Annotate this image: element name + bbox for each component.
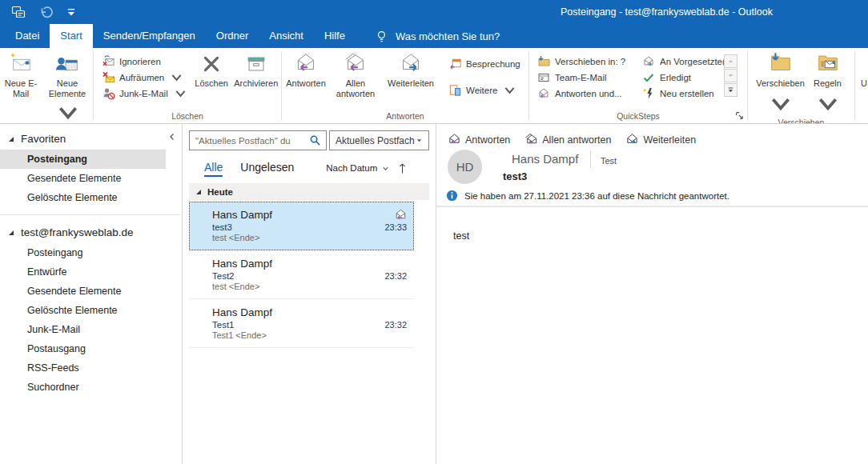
group-label-antworten: Antworten bbox=[282, 111, 528, 123]
account-header-label: test@frankysweblab.de bbox=[21, 226, 134, 238]
ribbon-group-antworten: Antworten Allen antworten Weiterleiten B… bbox=[282, 48, 528, 123]
chevron-down-icon bbox=[503, 83, 516, 97]
quicksteps-dialog-launcher-icon[interactable] bbox=[734, 110, 745, 121]
mail-item-2[interactable]: Hans Dampf Test2 23:32 test <Ende> bbox=[189, 250, 414, 299]
filter-tab-alle[interactable]: Alle bbox=[204, 161, 223, 177]
tab-ansicht[interactable]: Ansicht bbox=[259, 24, 314, 48]
quickstep-label: Antworten und... bbox=[555, 89, 622, 98]
mail-item-3[interactable]: Hans Dampf Test1 23:32 Test1 <Ende> bbox=[189, 299, 414, 348]
tell-me-box[interactable]: Was möchten Sie tun? bbox=[375, 24, 500, 48]
replied-info-text: Sie haben am 27.11.2021 23:36 auf diese … bbox=[464, 191, 729, 201]
avatar[interactable]: HD bbox=[448, 150, 482, 184]
more-respond-button[interactable]: Weitere bbox=[447, 82, 522, 98]
scroll-down-icon bbox=[727, 72, 734, 79]
mail-time: 23:33 bbox=[384, 222, 407, 232]
ignore-button[interactable]: Ignorieren bbox=[100, 54, 189, 69]
folder-favorites-geloeschte[interactable]: Gelöschte Elemente bbox=[0, 188, 166, 207]
ribbon-group-quicksteps: Verschieben in: ? Team-E-Mail Antworten … bbox=[529, 48, 747, 123]
ignore-label: Ignorieren bbox=[119, 57, 161, 66]
quicksteps-scroll-up-button[interactable] bbox=[724, 54, 737, 68]
expand-triangle-icon bbox=[195, 189, 202, 195]
qs-move-icon bbox=[537, 55, 550, 68]
move-button[interactable]: Verschieben bbox=[754, 50, 807, 118]
folder-junk[interactable]: Junk-E-Mail bbox=[0, 320, 166, 339]
new-email-label: Neue E-Mail bbox=[2, 78, 40, 99]
date-group-label: Heute bbox=[207, 187, 233, 197]
ribbon-overflow-button[interactable]: U bbox=[855, 48, 867, 123]
new-items-button[interactable]: Neue Elemente bbox=[42, 50, 93, 124]
quickstep-move-to[interactable]: Verschieben in: ? bbox=[537, 54, 634, 69]
favorites-header[interactable]: Favoriten bbox=[0, 128, 182, 150]
search-input[interactable] bbox=[190, 136, 307, 146]
mail-subject: Test2 bbox=[212, 271, 235, 281]
folder-favorites-posteingang[interactable]: Posteingang bbox=[0, 150, 166, 169]
undo-icon[interactable] bbox=[38, 4, 54, 20]
quickstep-create-new[interactable]: Neu erstellen bbox=[642, 86, 724, 101]
customize-quick-access-icon[interactable] bbox=[66, 7, 76, 17]
reply-link[interactable]: Antworten bbox=[448, 133, 510, 146]
chevron-down-icon bbox=[767, 90, 794, 116]
folder-geloeschte[interactable]: Gelöschte Elemente bbox=[0, 301, 166, 320]
archive-button[interactable]: Archivieren bbox=[231, 50, 281, 89]
folder-entwuerfe[interactable]: Entwürfe bbox=[0, 262, 166, 282]
forward-label: Weiterleiten bbox=[388, 78, 434, 89]
folder-rss-feeds[interactable]: RSS-Feeds bbox=[0, 358, 166, 378]
folder-posteingang[interactable]: Posteingang bbox=[0, 243, 166, 262]
folder-postausgang[interactable]: Postausgang bbox=[0, 339, 166, 358]
search-scope-value: Aktuelles Postfach bbox=[336, 135, 415, 146]
dropdown-caret-icon bbox=[416, 137, 423, 144]
reply-all-label: Allen antworten bbox=[332, 78, 380, 99]
quickstep-team-email[interactable]: Team-E-Mail bbox=[537, 70, 634, 85]
tab-datei[interactable]: Datei bbox=[5, 24, 50, 48]
account-header[interactable]: test@frankysweblab.de bbox=[0, 222, 182, 243]
mail-item-1[interactable]: Hans Dampf test3 23:33 test <Ende> bbox=[189, 202, 414, 250]
tab-start[interactable]: Start bbox=[50, 24, 92, 48]
folder-favorites-gesendete[interactable]: Gesendete Elemente bbox=[0, 169, 166, 188]
delete-label: Löschen bbox=[195, 78, 228, 89]
meeting-button[interactable]: Besprechung bbox=[447, 56, 522, 71]
quicksteps-more-button[interactable] bbox=[724, 83, 737, 97]
tab-senden-empfangen[interactable]: Senden/Empfangen bbox=[93, 24, 206, 48]
cleanup-button[interactable]: Aufräumen bbox=[100, 70, 189, 85]
sort-by-dropdown[interactable]: Nach Datum bbox=[326, 163, 389, 177]
reply-button[interactable]: Antworten bbox=[282, 50, 330, 89]
date-group-header[interactable]: Heute bbox=[189, 183, 429, 200]
junk-button[interactable]: Junk-E-Mail bbox=[100, 86, 189, 101]
delete-button[interactable]: Löschen bbox=[192, 50, 231, 89]
main-area: Favoriten Posteingang Gesendete Elemente… bbox=[0, 124, 868, 464]
quickstep-to-manager[interactable]: An Vorgesetzte(n) bbox=[642, 54, 724, 69]
quickstep-label: Neu erstellen bbox=[660, 89, 714, 98]
sort-direction-icon[interactable] bbox=[398, 162, 407, 174]
quickstep-done[interactable]: Erledigt bbox=[642, 70, 724, 85]
forward-button[interactable]: Weiterleiten bbox=[381, 50, 440, 89]
tab-hilfe[interactable]: Hilfe bbox=[314, 24, 356, 48]
quickstep-reply-and-delete[interactable]: Antworten und... bbox=[537, 86, 634, 101]
rules-button[interactable]: Regeln bbox=[807, 50, 849, 118]
reply-all-link[interactable]: Allen antworten bbox=[524, 133, 611, 146]
reply-all-button[interactable]: Allen antworten bbox=[330, 50, 381, 99]
favorites-header-label: Favoriten bbox=[21, 133, 66, 145]
ribbon: Neue E-Mail Neue Elemente Neu Ignorieren bbox=[0, 48, 868, 124]
mail-time: 23:32 bbox=[384, 271, 407, 281]
search-scope-dropdown[interactable]: Aktuelles Postfach bbox=[329, 130, 429, 150]
send-receive-icon[interactable] bbox=[10, 4, 26, 20]
search-icon[interactable] bbox=[309, 134, 321, 146]
search-box[interactable] bbox=[189, 130, 327, 150]
new-email-button[interactable]: Neue E-Mail bbox=[0, 50, 42, 99]
rules-label: Regeln bbox=[814, 78, 842, 89]
title-bar: Posteingang - test@frankysweblab.de - Ou… bbox=[0, 0, 868, 24]
tab-ordner[interactable]: Ordner bbox=[206, 24, 259, 48]
archive-icon bbox=[243, 51, 270, 77]
ribbon-group-loeschen: Ignorieren Aufräumen Junk-E-Mail bbox=[94, 48, 281, 123]
filter-tab-ungelesen[interactable]: Ungelesen bbox=[240, 161, 294, 177]
collapse-folder-pane-icon[interactable] bbox=[168, 133, 176, 141]
cleanup-icon bbox=[102, 70, 115, 84]
group-label-quicksteps: QuickSteps bbox=[529, 111, 747, 123]
quicksteps-scroll-down-button[interactable] bbox=[724, 69, 737, 82]
mail-sender: Hans Dampf bbox=[212, 306, 413, 319]
folder-suchordner[interactable]: Suchordner bbox=[0, 378, 166, 397]
forward-link[interactable]: Weiterleiten bbox=[625, 133, 696, 146]
folder-gesendete[interactable]: Gesendete Elemente bbox=[0, 282, 166, 301]
expand-triangle-icon bbox=[8, 136, 14, 142]
move-icon bbox=[767, 51, 794, 77]
